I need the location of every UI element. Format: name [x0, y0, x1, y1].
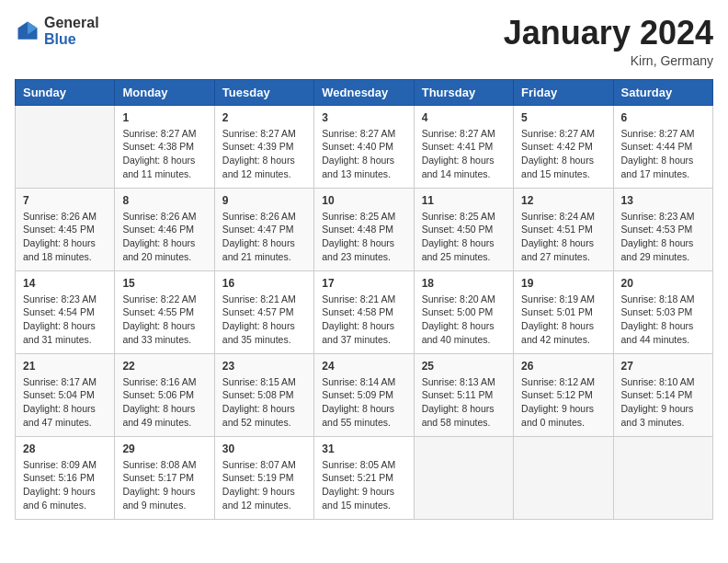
day-info: Sunrise: 8:14 AMSunset: 5:09 PMDaylight:…: [322, 375, 405, 430]
calendar-cell: 14Sunrise: 8:23 AMSunset: 4:54 PMDayligh…: [16, 270, 115, 353]
day-number: 1: [122, 111, 206, 124]
logo-blue: Blue: [44, 31, 76, 47]
weekday-header-friday: Friday: [514, 79, 613, 105]
calendar-cell: 18Sunrise: 8:20 AMSunset: 5:00 PMDayligh…: [414, 270, 513, 353]
calendar-table: SundayMondayTuesdayWednesdayThursdayFrid…: [15, 79, 713, 520]
day-info: Sunrise: 8:23 AMSunset: 4:54 PMDaylight:…: [23, 293, 107, 347]
day-number: 27: [621, 360, 705, 373]
day-number: 31: [322, 442, 405, 455]
calendar-cell: 25Sunrise: 8:13 AMSunset: 5:11 PMDayligh…: [414, 353, 513, 436]
calendar-cell: 5Sunrise: 8:27 AMSunset: 4:42 PMDaylight…: [514, 105, 613, 188]
day-info: Sunrise: 8:25 AMSunset: 4:48 PMDaylight:…: [322, 210, 405, 264]
calendar-cell: [16, 105, 115, 188]
day-number: 24: [322, 360, 405, 373]
day-number: 7: [23, 194, 107, 207]
calendar-cell: 27Sunrise: 8:10 AMSunset: 5:14 PMDayligh…: [613, 353, 712, 436]
day-info: Sunrise: 8:26 AMSunset: 4:45 PMDaylight:…: [23, 210, 107, 264]
day-info: Sunrise: 8:20 AMSunset: 5:00 PMDaylight:…: [422, 293, 506, 347]
weekday-header-saturday: Saturday: [613, 79, 712, 105]
day-number: 11: [422, 194, 506, 207]
logo-general: General: [44, 15, 99, 30]
calendar-cell: [414, 436, 513, 519]
page-header: General Blue January 2024 Kirn, Germany: [15, 15, 713, 68]
calendar-cell: 30Sunrise: 8:07 AMSunset: 5:19 PMDayligh…: [214, 436, 313, 519]
day-info: Sunrise: 8:13 AMSunset: 5:11 PMDaylight:…: [422, 375, 506, 430]
day-number: 5: [521, 111, 605, 124]
calendar-cell: 16Sunrise: 8:21 AMSunset: 4:57 PMDayligh…: [214, 270, 313, 353]
weekday-header-row: SundayMondayTuesdayWednesdayThursdayFrid…: [16, 79, 713, 105]
calendar-cell: 10Sunrise: 8:25 AMSunset: 4:48 PMDayligh…: [314, 188, 414, 270]
calendar-cell: 21Sunrise: 8:17 AMSunset: 5:04 PMDayligh…: [16, 353, 115, 436]
calendar-cell: [514, 436, 613, 519]
day-info: Sunrise: 8:07 AMSunset: 5:19 PMDaylight:…: [222, 458, 306, 512]
calendar-week-row: 21Sunrise: 8:17 AMSunset: 5:04 PMDayligh…: [16, 353, 713, 436]
calendar-cell: 12Sunrise: 8:24 AMSunset: 4:51 PMDayligh…: [514, 188, 613, 270]
calendar-cell: 23Sunrise: 8:15 AMSunset: 5:08 PMDayligh…: [214, 353, 313, 436]
day-number: 20: [621, 277, 705, 290]
day-info: Sunrise: 8:26 AMSunset: 4:46 PMDaylight:…: [122, 210, 206, 264]
weekday-header-sunday: Sunday: [16, 79, 115, 105]
logo: General Blue: [15, 15, 99, 47]
day-number: 29: [122, 442, 206, 455]
day-number: 16: [222, 277, 306, 290]
day-number: 21: [23, 360, 107, 373]
calendar-cell: 7Sunrise: 8:26 AMSunset: 4:45 PMDaylight…: [16, 188, 115, 270]
location: Kirn, Germany: [504, 53, 713, 68]
day-info: Sunrise: 8:21 AMSunset: 4:57 PMDaylight:…: [222, 293, 306, 347]
day-info: Sunrise: 8:12 AMSunset: 5:12 PMDaylight:…: [521, 375, 605, 430]
day-number: 10: [322, 194, 405, 207]
day-number: 14: [23, 277, 107, 290]
calendar-cell: 28Sunrise: 8:09 AMSunset: 5:16 PMDayligh…: [16, 436, 115, 519]
day-info: Sunrise: 8:27 AMSunset: 4:44 PMDaylight:…: [621, 127, 705, 181]
day-info: Sunrise: 8:27 AMSunset: 4:40 PMDaylight:…: [322, 127, 405, 181]
day-number: 30: [222, 442, 306, 455]
day-info: Sunrise: 8:25 AMSunset: 4:50 PMDaylight:…: [422, 210, 506, 264]
weekday-header-tuesday: Tuesday: [214, 79, 313, 105]
day-info: Sunrise: 8:26 AMSunset: 4:47 PMDaylight:…: [222, 210, 306, 264]
calendar-cell: 9Sunrise: 8:26 AMSunset: 4:47 PMDaylight…: [214, 188, 313, 270]
day-number: 3: [322, 111, 405, 124]
month-year: January 2024: [504, 15, 713, 52]
weekday-header-wednesday: Wednesday: [314, 79, 414, 105]
day-info: Sunrise: 8:05 AMSunset: 5:21 PMDaylight:…: [322, 458, 405, 512]
calendar-cell: 17Sunrise: 8:21 AMSunset: 4:58 PMDayligh…: [314, 270, 414, 353]
day-number: 19: [521, 277, 605, 290]
logo-icon: [15, 18, 40, 44]
day-number: 25: [422, 360, 506, 373]
day-number: 12: [521, 194, 605, 207]
day-number: 26: [521, 360, 605, 373]
day-number: 22: [122, 360, 206, 373]
calendar-cell: 26Sunrise: 8:12 AMSunset: 5:12 PMDayligh…: [514, 353, 613, 436]
day-info: Sunrise: 8:27 AMSunset: 4:39 PMDaylight:…: [222, 127, 306, 181]
day-info: Sunrise: 8:27 AMSunset: 4:38 PMDaylight:…: [122, 127, 206, 181]
calendar-cell: 6Sunrise: 8:27 AMSunset: 4:44 PMDaylight…: [613, 105, 712, 188]
calendar-cell: 20Sunrise: 8:18 AMSunset: 5:03 PMDayligh…: [613, 270, 712, 353]
day-number: 4: [422, 111, 506, 124]
day-info: Sunrise: 8:16 AMSunset: 5:06 PMDaylight:…: [122, 375, 206, 430]
calendar-cell: 3Sunrise: 8:27 AMSunset: 4:40 PMDaylight…: [314, 105, 414, 188]
calendar-cell: 4Sunrise: 8:27 AMSunset: 4:41 PMDaylight…: [414, 105, 513, 188]
day-number: 23: [222, 360, 306, 373]
day-info: Sunrise: 8:27 AMSunset: 4:41 PMDaylight:…: [422, 127, 506, 181]
calendar-week-row: 7Sunrise: 8:26 AMSunset: 4:45 PMDaylight…: [16, 188, 713, 270]
calendar-cell: 19Sunrise: 8:19 AMSunset: 5:01 PMDayligh…: [514, 270, 613, 353]
day-number: 18: [422, 277, 506, 290]
day-info: Sunrise: 8:09 AMSunset: 5:16 PMDaylight:…: [23, 458, 107, 512]
calendar-cell: 11Sunrise: 8:25 AMSunset: 4:50 PMDayligh…: [414, 188, 513, 270]
weekday-header-monday: Monday: [115, 79, 214, 105]
weekday-header-thursday: Thursday: [414, 79, 513, 105]
logo-text: General Blue: [44, 15, 99, 47]
day-info: Sunrise: 8:27 AMSunset: 4:42 PMDaylight:…: [521, 127, 605, 181]
calendar-cell: 29Sunrise: 8:08 AMSunset: 5:17 PMDayligh…: [115, 436, 214, 519]
day-number: 8: [122, 194, 206, 207]
day-number: 13: [621, 194, 705, 207]
day-info: Sunrise: 8:23 AMSunset: 4:53 PMDaylight:…: [621, 210, 705, 264]
day-number: 6: [621, 111, 705, 124]
calendar-cell: 1Sunrise: 8:27 AMSunset: 4:38 PMDaylight…: [115, 105, 214, 188]
day-info: Sunrise: 8:22 AMSunset: 4:55 PMDaylight:…: [122, 293, 206, 347]
day-info: Sunrise: 8:24 AMSunset: 4:51 PMDaylight:…: [521, 210, 605, 264]
day-number: 28: [23, 442, 107, 455]
calendar-cell: 8Sunrise: 8:26 AMSunset: 4:46 PMDaylight…: [115, 188, 214, 270]
day-info: Sunrise: 8:15 AMSunset: 5:08 PMDaylight:…: [222, 375, 306, 430]
day-number: 17: [322, 277, 405, 290]
